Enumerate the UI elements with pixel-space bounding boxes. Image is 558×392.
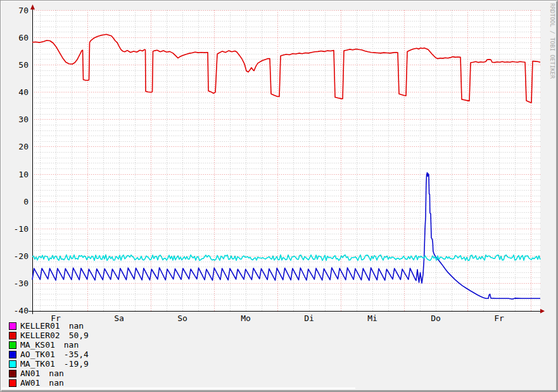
legend-value: nan xyxy=(69,321,84,331)
legend-swatch-icon xyxy=(9,370,16,377)
x-tick-label: Fr xyxy=(494,313,504,323)
legend-label: AO_TK01 xyxy=(20,350,55,359)
legend-label: MA_TK01 xyxy=(20,359,55,369)
y-axis-arrow-icon xyxy=(30,4,35,9)
y-tick-label: 10 xyxy=(18,170,29,179)
legend: KELLER01nanKELLER0250,9MA_KS01nanAO_TK01… xyxy=(9,321,89,388)
x-tick-label: Mi xyxy=(367,313,377,323)
x-axis-arrow-icon xyxy=(540,309,545,313)
legend-label: KELLER02 xyxy=(20,331,60,340)
y-tick-label: -40 xyxy=(14,306,29,315)
legend-swatch-icon xyxy=(9,332,16,339)
legend-swatch-icon xyxy=(9,379,16,387)
y-tick-label: -10 xyxy=(14,224,29,234)
legend-swatch-icon xyxy=(9,360,16,368)
legend-row: AO_TK01-35,4 xyxy=(9,350,89,359)
plot-area xyxy=(32,10,540,311)
y-tick-label: 30 xyxy=(18,115,29,124)
legend-row: AN01nan xyxy=(9,369,89,378)
rrdtool-graph-window: -40-30-20-10010203040506070FrSaSoMoDiMiD… xyxy=(0,0,558,392)
y-tick-label: 0 xyxy=(23,197,29,206)
legend-row: KELLER0250,9 xyxy=(9,331,89,340)
legend-row: AW01nan xyxy=(9,378,89,388)
y-tick-label: 70 xyxy=(18,6,29,15)
y-tick-label: 40 xyxy=(18,87,29,97)
legend-value: -19,9 xyxy=(64,359,89,369)
legend-label: AN01 xyxy=(20,369,40,378)
x-tick-label: Sa xyxy=(114,313,124,323)
y-tick-label: -30 xyxy=(14,279,29,288)
y-tick-label: 50 xyxy=(18,60,29,70)
legend-swatch-icon xyxy=(9,351,16,358)
legend-label: MA_KS01 xyxy=(20,340,55,350)
x-tick-label: Do xyxy=(431,313,441,323)
legend-value: nan xyxy=(49,369,63,378)
rrdtool-watermark: RRDTOOL / TOBI OETIKER xyxy=(549,3,555,79)
x-tick-label: Mo xyxy=(241,313,251,323)
legend-row: MA_KS01nan xyxy=(9,340,89,350)
x-tick-label: So xyxy=(177,313,187,323)
y-tick-label: -20 xyxy=(14,251,29,261)
y-tick-label: 60 xyxy=(18,33,29,42)
x-tick-label: Di xyxy=(304,313,314,323)
y-tick-label: 20 xyxy=(18,142,29,151)
bottom-divider xyxy=(2,388,355,389)
legend-swatch-icon xyxy=(9,341,16,349)
legend-value: nan xyxy=(64,340,79,350)
legend-value: nan xyxy=(49,378,63,388)
legend-value: -35,4 xyxy=(64,350,89,359)
legend-label: KELLER01 xyxy=(20,321,60,331)
legend-swatch-icon xyxy=(9,322,16,330)
legend-row: KELLER01nan xyxy=(9,321,89,331)
legend-label: AW01 xyxy=(20,378,40,388)
legend-value: 50,9 xyxy=(69,331,89,340)
legend-row: MA_TK01-19,9 xyxy=(9,359,89,369)
